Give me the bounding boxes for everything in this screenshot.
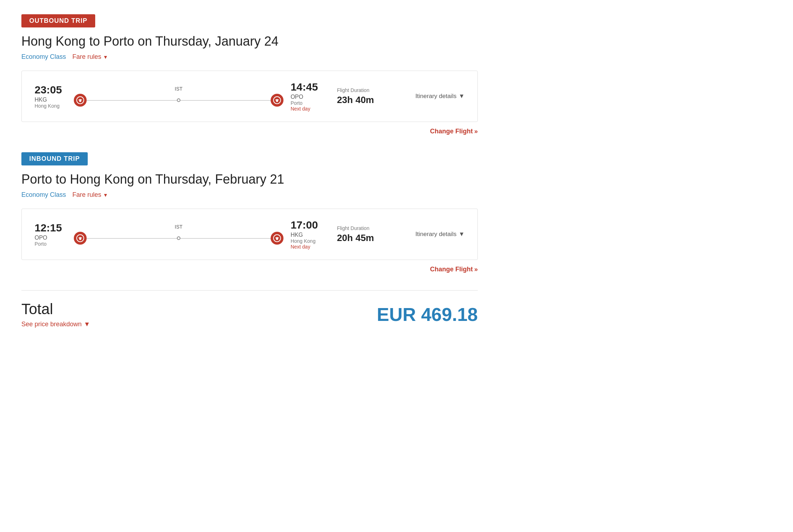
total-price: EUR 469.18 bbox=[377, 304, 478, 325]
itinerary-chevron-icon: ▼ bbox=[459, 93, 465, 100]
svg-point-1 bbox=[79, 100, 81, 102]
outbound-fare-rules[interactable]: Fare rules ▼ bbox=[72, 53, 108, 61]
inbound-fare-rules-chevron-icon: ▼ bbox=[103, 192, 108, 198]
inbound-airline-logo-right bbox=[271, 232, 283, 245]
svg-point-5 bbox=[79, 238, 81, 240]
inbound-change-flight-button[interactable]: Change Flight » bbox=[430, 266, 478, 273]
outbound-meta: Economy Class Fare rules ▼ bbox=[21, 53, 478, 61]
airline-logo-right bbox=[271, 94, 283, 107]
price-breakdown-chevron-icon: ▼ bbox=[84, 321, 90, 328]
inbound-title: Porto to Hong Kong on Thursday, February… bbox=[21, 172, 478, 187]
inbound-route: 12:15 OPO Porto IST bbox=[35, 219, 323, 250]
inbound-change-flight-row: Change Flight » bbox=[21, 266, 478, 273]
inbound-itinerary-chevron-icon: ▼ bbox=[459, 231, 465, 238]
outbound-change-flight-row: Change Flight » bbox=[21, 128, 478, 135]
svg-point-3 bbox=[276, 100, 278, 102]
see-price-breakdown-button[interactable]: See price breakdown ▼ bbox=[21, 321, 90, 328]
inbound-route-line: IST bbox=[67, 224, 291, 245]
outbound-arrive: 14:45 OPO Porto Next day bbox=[291, 81, 323, 112]
outbound-route: 23:05 HKG Hong Kong IST bbox=[35, 81, 323, 112]
outbound-badge: OUTBOUND TRIP bbox=[21, 14, 95, 27]
outbound-title: Hong Kong to Porto on Thursday, January … bbox=[21, 34, 478, 49]
outbound-depart: 23:05 HKG Hong Kong bbox=[35, 84, 67, 109]
airline-logo-left bbox=[74, 94, 87, 107]
inbound-depart: 12:15 OPO Porto bbox=[35, 222, 67, 247]
inbound-duration: Flight Duration 20h 45m bbox=[337, 225, 401, 244]
outbound-itinerary-details[interactable]: Itinerary details ▼ bbox=[415, 93, 465, 100]
line-right bbox=[180, 100, 271, 101]
inbound-airline-logo-left bbox=[74, 232, 87, 245]
change-flight-arrow-icon: » bbox=[474, 128, 478, 135]
inbound-arrive: 17:00 HKG Hong Kong Next day bbox=[291, 219, 323, 250]
outbound-flight-card: 23:05 HKG Hong Kong IST bbox=[21, 71, 478, 122]
inbound-line-right bbox=[180, 238, 271, 239]
inbound-route-line-graphic bbox=[74, 232, 283, 245]
outbound-route-line: IST bbox=[67, 86, 291, 107]
inbound-flight-card: 12:15 OPO Porto IST bbox=[21, 209, 478, 260]
inbound-itinerary-details[interactable]: Itinerary details ▼ bbox=[415, 231, 465, 238]
inbound-fare-rules[interactable]: Fare rules ▼ bbox=[72, 191, 108, 199]
inbound-change-flight-arrow-icon: » bbox=[474, 266, 478, 273]
outbound-change-flight-button[interactable]: Change Flight » bbox=[430, 128, 478, 135]
inbound-stop-dot bbox=[177, 236, 180, 240]
total-left: Total See price breakdown ▼ bbox=[21, 301, 90, 328]
outbound-economy-class[interactable]: Economy Class bbox=[21, 53, 66, 61]
line-left bbox=[87, 100, 177, 101]
total-label: Total bbox=[21, 301, 90, 318]
inbound-badge: INBOUND TRIP bbox=[21, 152, 88, 165]
route-line-graphic bbox=[74, 94, 283, 107]
inbound-meta: Economy Class Fare rules ▼ bbox=[21, 191, 478, 199]
inbound-section: INBOUND TRIP Porto to Hong Kong on Thurs… bbox=[21, 152, 478, 273]
outbound-duration: Flight Duration 23h 40m bbox=[337, 87, 401, 106]
stop-dot bbox=[177, 98, 180, 102]
inbound-line-left bbox=[87, 238, 177, 239]
total-section: Total See price breakdown ▼ EUR 469.18 bbox=[21, 290, 478, 328]
outbound-section: OUTBOUND TRIP Hong Kong to Porto on Thur… bbox=[21, 14, 478, 135]
svg-point-7 bbox=[276, 238, 278, 240]
fare-rules-chevron-icon: ▼ bbox=[103, 54, 108, 60]
inbound-economy-class[interactable]: Economy Class bbox=[21, 191, 66, 199]
